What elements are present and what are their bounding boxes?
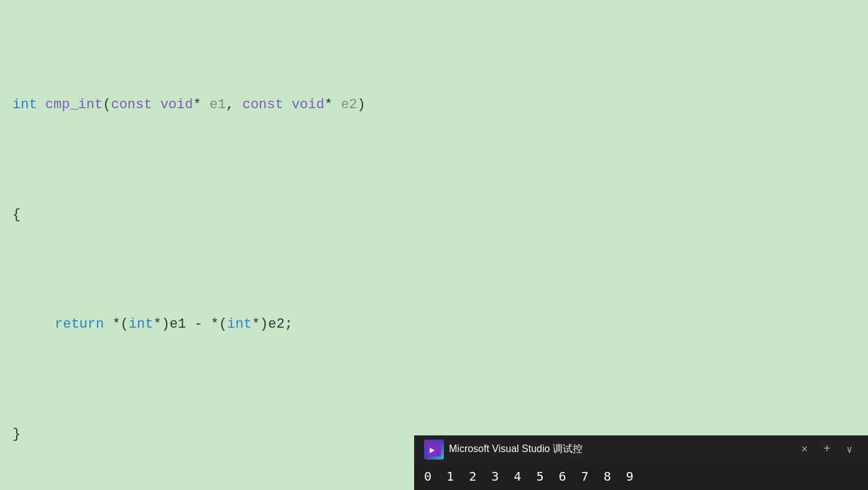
number-row: 0 1 2 3 4 5 6 7 8 9: [424, 469, 637, 484]
code-line-2: {: [0, 204, 868, 226]
taskbar-title-bar: ▶ Microsoft Visual Studio 调试控 × + ∨: [414, 435, 868, 463]
taskbar-close-button[interactable]: ×: [796, 441, 813, 458]
code-editor: int cmp_int(const void* e1, const void* …: [0, 0, 868, 490]
taskbar-numbers-bar: 0 1 2 3 4 5 6 7 8 9: [414, 463, 868, 490]
vs-logo-icon: ▶: [424, 440, 444, 460]
code-content: int cmp_int(const void* e1, const void* …: [0, 0, 868, 490]
svg-text:▶: ▶: [430, 445, 435, 455]
taskbar-plus-button[interactable]: +: [818, 441, 836, 458]
code-line-1: int cmp_int(const void* e1, const void* …: [0, 94, 868, 116]
taskbar-chevron-button[interactable]: ∨: [841, 441, 858, 458]
code-line-3: return *(int*)e1 - *(int*)e2;: [0, 313, 868, 336]
taskbar-title-text: Microsoft Visual Studio 调试控: [449, 443, 791, 456]
